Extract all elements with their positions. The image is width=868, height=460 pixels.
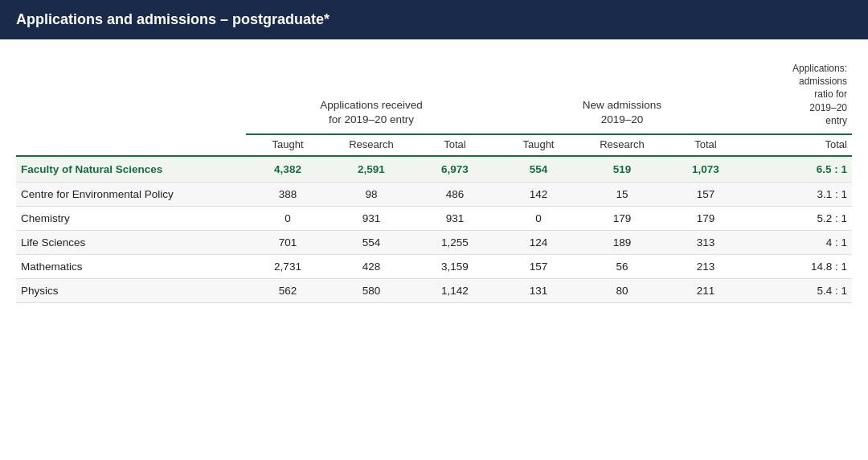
table-body: Faculty of Natural Sciences 4,382 2,591 … — [16, 156, 852, 303]
faculty-adm-total: 1,073 — [664, 156, 747, 183]
row-adm-taught: 142 — [497, 182, 580, 206]
adm-taught-header: Taught — [497, 134, 580, 156]
faculty-adm-research: 519 — [580, 156, 664, 183]
faculty-row: Faculty of Natural Sciences 4,382 2,591 … — [16, 156, 852, 183]
app-total-header: Total — [413, 134, 497, 156]
row-adm-research: 80 — [580, 278, 664, 302]
table-row: Life Sciences7015541,2551241893134 : 1 — [16, 230, 852, 254]
row-app-research: 580 — [330, 278, 413, 302]
row-dept: Centre for Environmental Policy — [16, 182, 246, 206]
page-title: Applications and admissions – postgradua… — [16, 11, 330, 27]
adm-total-header: Total — [664, 134, 747, 156]
app-research-header: Research — [330, 134, 413, 156]
row-dept: Physics — [16, 278, 246, 302]
row-app-taught: 388 — [246, 182, 330, 206]
group-header-row: Applications received for 2019–20 entry … — [16, 55, 852, 134]
faculty-dept: Faculty of Natural Sciences — [16, 156, 246, 183]
faculty-app-taught: 4,382 — [246, 156, 330, 183]
row-app-taught: 2,731 — [246, 254, 330, 278]
header: Applications and admissions – postgradua… — [0, 0, 868, 39]
faculty-ratio: 6.5 : 1 — [747, 156, 852, 183]
row-dept: Life Sciences — [16, 230, 246, 254]
dept-sub-header — [16, 134, 246, 156]
row-adm-taught: 131 — [497, 278, 580, 302]
admissions-group-header: New admissions 2019–20 — [497, 55, 747, 134]
row-app-total: 1,142 — [413, 278, 497, 302]
row-adm-total: 179 — [664, 206, 747, 230]
row-adm-research: 15 — [580, 182, 664, 206]
faculty-app-total: 6,973 — [413, 156, 497, 183]
row-adm-research: 56 — [580, 254, 664, 278]
table-container: Applications received for 2019–20 entry … — [0, 39, 868, 319]
app-taught-header: Taught — [246, 134, 330, 156]
row-app-taught: 0 — [246, 206, 330, 230]
row-adm-total: 313 — [664, 230, 747, 254]
row-app-total: 3,159 — [413, 254, 497, 278]
table-row: Chemistry093193101791795.2 : 1 — [16, 206, 852, 230]
row-dept: Mathematics — [16, 254, 246, 278]
row-ratio: 4 : 1 — [747, 230, 852, 254]
row-ratio: 3.1 : 1 — [747, 182, 852, 206]
row-adm-research: 179 — [580, 206, 664, 230]
faculty-app-research: 2,591 — [330, 156, 413, 183]
row-adm-research: 189 — [580, 230, 664, 254]
row-app-taught: 562 — [246, 278, 330, 302]
table-row: Mathematics2,7314283,1591575621314.8 : 1 — [16, 254, 852, 278]
row-adm-total: 157 — [664, 182, 747, 206]
table-row: Centre for Environmental Policy388984861… — [16, 182, 852, 206]
row-ratio: 5.2 : 1 — [747, 206, 852, 230]
row-app-research: 931 — [330, 206, 413, 230]
row-app-total: 1,255 — [413, 230, 497, 254]
row-adm-taught: 0 — [497, 206, 580, 230]
adm-research-header: Research — [580, 134, 664, 156]
row-dept: Chemistry — [16, 206, 246, 230]
row-app-research: 554 — [330, 230, 413, 254]
row-adm-taught: 124 — [497, 230, 580, 254]
data-table: Applications received for 2019–20 entry … — [16, 47, 852, 303]
applications-group-header: Applications received for 2019–20 entry — [246, 55, 497, 134]
row-ratio: 14.8 : 1 — [747, 254, 852, 278]
dept-group-header — [16, 55, 246, 134]
row-app-total: 931 — [413, 206, 497, 230]
row-adm-total: 213 — [664, 254, 747, 278]
ratio-total-header: Total — [747, 134, 852, 156]
row-app-research: 428 — [330, 254, 413, 278]
row-app-total: 486 — [413, 182, 497, 206]
row-ratio: 5.4 : 1 — [747, 278, 852, 302]
row-adm-total: 211 — [664, 278, 747, 302]
table-row: Physics5625801,142131802115.4 : 1 — [16, 278, 852, 302]
row-app-taught: 701 — [246, 230, 330, 254]
row-app-research: 98 — [330, 182, 413, 206]
faculty-adm-taught: 554 — [497, 156, 580, 183]
sub-header-row: Taught Research Total Taught Research To… — [16, 134, 852, 156]
ratio-group-header: Applications: admissions ratio for 2019–… — [747, 55, 852, 134]
row-adm-taught: 157 — [497, 254, 580, 278]
